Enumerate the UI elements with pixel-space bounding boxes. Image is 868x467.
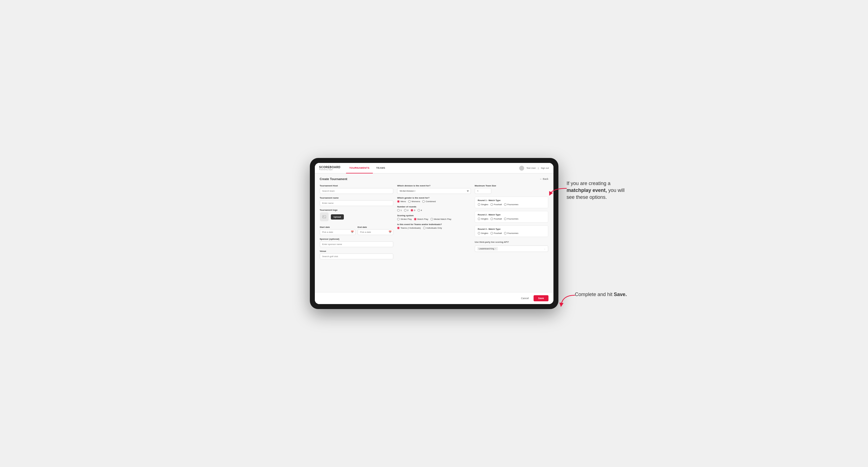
end-date-label: End date bbox=[358, 226, 367, 228]
round-4-radio[interactable] bbox=[417, 209, 420, 212]
back-link[interactable]: ← Back bbox=[539, 178, 549, 180]
tournament-host-input[interactable] bbox=[320, 188, 394, 194]
round1-fourball[interactable]: Fourball bbox=[491, 203, 502, 206]
round-3[interactable]: 3 bbox=[411, 209, 415, 212]
round-2[interactable]: 2 bbox=[404, 209, 408, 212]
teams-teams-radio[interactable] bbox=[397, 227, 400, 229]
division-group: Which division is the event for? NCAA Di… bbox=[397, 185, 471, 194]
tab-teams[interactable]: TEAMS bbox=[373, 163, 389, 174]
round2-fourball[interactable]: Fourball bbox=[491, 218, 502, 220]
scoring-medal-label: Medal Match Play bbox=[434, 218, 452, 220]
annotation-top-bold: matchplay event, bbox=[567, 188, 607, 193]
scoring-match-radio[interactable] bbox=[414, 218, 416, 220]
max-team-size-label: Maximum Team Size bbox=[475, 185, 549, 187]
scoring-api-value: Leaderboard King bbox=[479, 248, 494, 250]
scoring-api-close[interactable]: × bbox=[495, 247, 496, 250]
round3-match-type-title: Round 3 - Match Type bbox=[478, 228, 546, 230]
gender-mens[interactable]: Mens bbox=[397, 200, 406, 203]
round2-match-type-title: Round 2 - Match Type bbox=[478, 214, 546, 216]
rounds-radio-group: 1 2 3 bbox=[397, 209, 471, 212]
round1-singles[interactable]: Singles bbox=[478, 203, 488, 206]
round-4[interactable]: 4 bbox=[417, 209, 422, 212]
round-2-label: 2 bbox=[407, 209, 408, 212]
round3-singles-radio[interactable] bbox=[478, 232, 480, 235]
scoring-radio-group: Stroke Play Match Play Medal Match Play bbox=[397, 218, 471, 220]
scoring-stroke-radio[interactable] bbox=[397, 218, 400, 220]
gender-mens-label: Mens bbox=[400, 200, 406, 203]
round3-singles[interactable]: Singles bbox=[478, 232, 488, 235]
annotation-bottom-bold: Save. bbox=[614, 292, 627, 297]
outer-wrapper: SCOREBOARD Powered by clippit TOURNAMENT… bbox=[310, 158, 558, 309]
cancel-button[interactable]: Cancel bbox=[518, 295, 531, 301]
round-2-radio[interactable] bbox=[404, 209, 406, 212]
separator: | bbox=[538, 167, 538, 169]
round3-foursomes[interactable]: Foursomes bbox=[504, 232, 518, 235]
scoring-api-tag-input[interactable]: Leaderboard King × ⌄ bbox=[475, 246, 549, 252]
round1-singles-radio[interactable] bbox=[478, 203, 480, 206]
scoring-api-label: Use third-party live scoring API? bbox=[475, 241, 549, 243]
round3-foursomes-radio[interactable] bbox=[504, 232, 506, 235]
gender-mens-radio[interactable] bbox=[397, 200, 400, 203]
round3-match-type-group: Singles Fourball Foursomes bbox=[478, 232, 546, 235]
form-layout: Tournament Host Tournament name Tourname… bbox=[320, 185, 549, 259]
round2-match-type-group: Singles Fourball Foursomes bbox=[478, 218, 546, 220]
gender-womens[interactable]: Womens bbox=[408, 200, 420, 203]
venue-group: Venue bbox=[320, 250, 394, 259]
round-1[interactable]: 1 bbox=[397, 209, 402, 212]
round2-foursomes[interactable]: Foursomes bbox=[504, 218, 518, 220]
round1-fourball-radio[interactable] bbox=[491, 203, 493, 206]
gender-womens-radio[interactable] bbox=[408, 200, 411, 203]
annotation-top: If you are creating a matchplay event, y… bbox=[567, 180, 630, 201]
round-1-radio[interactable] bbox=[397, 209, 400, 212]
venue-label: Venue bbox=[320, 250, 394, 252]
start-date-group: Start date 📅 bbox=[320, 224, 355, 235]
round3-fourball-radio[interactable] bbox=[491, 232, 493, 235]
start-date-label: Start date bbox=[320, 226, 330, 228]
round3-match-type-section: Round 3 - Match Type Singles Fourball bbox=[475, 225, 549, 237]
gender-combined[interactable]: Combined bbox=[422, 200, 436, 203]
max-team-size-input[interactable] bbox=[475, 188, 491, 194]
scoring-api-tag: Leaderboard King × bbox=[477, 247, 498, 250]
nav-right: Test User | Sign out bbox=[519, 166, 549, 171]
form-col-3: Maximum Team Size Round 1 - Match Type S… bbox=[475, 185, 549, 259]
scoring-stroke[interactable]: Stroke Play bbox=[397, 218, 412, 220]
round2-fourball-radio[interactable] bbox=[491, 218, 493, 220]
gender-combined-radio[interactable] bbox=[422, 200, 425, 203]
round1-match-type-section: Round 1 - Match Type Singles Fourball bbox=[475, 197, 549, 208]
round1-foursomes[interactable]: Foursomes bbox=[504, 203, 518, 206]
scoring-medal[interactable]: Medal Match Play bbox=[431, 218, 452, 220]
teams-teams[interactable]: Teams (+Individuals) bbox=[397, 227, 421, 229]
sponsor-label: Sponsor (optional) bbox=[320, 238, 394, 240]
tournament-host-label: Tournament Host bbox=[320, 185, 394, 187]
round-3-radio[interactable] bbox=[411, 209, 413, 212]
end-date-input[interactable] bbox=[358, 229, 393, 235]
calendar-icon-end: 📅 bbox=[389, 230, 392, 234]
round2-foursomes-radio[interactable] bbox=[504, 218, 506, 220]
division-label: Which division is the event for? bbox=[397, 185, 471, 187]
round1-match-type-title: Round 1 - Match Type bbox=[478, 199, 546, 201]
tab-tournaments[interactable]: TOURNAMENTS bbox=[346, 163, 373, 174]
division-select[interactable]: NCAA Division I NCAA Division II NCAA Di… bbox=[397, 188, 471, 194]
venue-input[interactable] bbox=[320, 253, 394, 259]
avatar bbox=[519, 166, 524, 171]
tournament-logo-label: Tournament logo bbox=[320, 209, 394, 211]
round2-singles[interactable]: Singles bbox=[478, 218, 488, 220]
teams-individuals-radio[interactable] bbox=[423, 227, 426, 229]
round3-fourball[interactable]: Fourball bbox=[491, 232, 502, 235]
tournament-name-input[interactable] bbox=[320, 200, 394, 206]
save-button[interactable]: Save bbox=[533, 295, 548, 301]
tablet-screen: SCOREBOARD Powered by clippit TOURNAMENT… bbox=[315, 163, 553, 304]
teams-individuals[interactable]: Individuals Only bbox=[423, 227, 442, 229]
annotation-bottom: Complete and hit Save. bbox=[575, 291, 630, 298]
sponsor-input[interactable] bbox=[320, 241, 394, 247]
tournament-name-group: Tournament name bbox=[320, 197, 394, 206]
scoring-medal-radio[interactable] bbox=[431, 218, 433, 220]
scoring-match[interactable]: Match Play bbox=[414, 218, 428, 220]
round1-foursomes-radio[interactable] bbox=[504, 203, 506, 206]
date-row: Start date 📅 End date bbox=[320, 224, 394, 235]
annotation-arrow-bottom bbox=[558, 294, 578, 308]
round2-singles-radio[interactable] bbox=[478, 218, 480, 220]
upload-button[interactable]: Upload bbox=[331, 214, 344, 220]
start-date-input[interactable] bbox=[320, 229, 355, 235]
sign-out-link[interactable]: Sign out bbox=[541, 167, 549, 169]
